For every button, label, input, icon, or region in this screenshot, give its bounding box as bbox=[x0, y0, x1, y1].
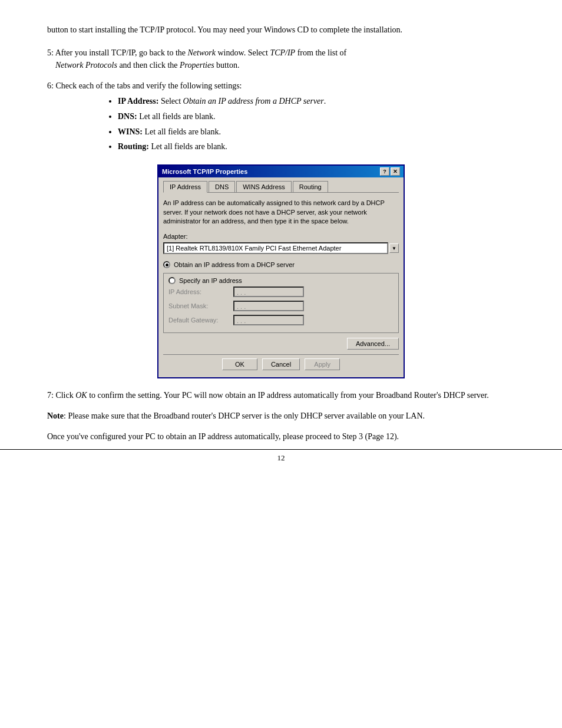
default-gateway-row: Default Gateway: . . . bbox=[168, 315, 394, 325]
step5-text-final: button. bbox=[214, 61, 240, 70]
tab-ip-label: IP Address bbox=[170, 183, 201, 190]
dropdown-arrow-icon[interactable]: ▼ bbox=[389, 243, 399, 253]
adapter-dropdown[interactable]: [1] Realtek RTL8139/810X Family PCI Fast… bbox=[163, 242, 388, 254]
default-gateway-label: Default Gateway: bbox=[168, 317, 233, 324]
note-label: Note bbox=[47, 411, 64, 420]
step6-intro: 6: Check each of the tabs and verify the… bbox=[47, 80, 515, 92]
closing-text: Once you've configured your PC to obtain… bbox=[47, 430, 515, 443]
bullet-ip-italic: Obtain an IP address from a DHCP server bbox=[183, 97, 324, 106]
tab-wins-address[interactable]: WINS Address bbox=[236, 181, 292, 192]
default-gateway-input[interactable]: . . . bbox=[233, 315, 304, 325]
advanced-row: Advanced... bbox=[163, 338, 399, 350]
dialog-button-row: OK Cancel Apply bbox=[163, 354, 399, 373]
step6-bullets: IP Address: Select Obtain an IP address … bbox=[118, 94, 515, 154]
tab-dns-label: DNS bbox=[215, 183, 229, 190]
step5-network-protocols: Network Protocols bbox=[55, 61, 117, 70]
bullet-routing-rest: Let all fields are blank. bbox=[151, 142, 227, 151]
specify-ip-box: Specify an IP address IP Address: . . . … bbox=[163, 273, 399, 333]
radio-specify-label: Specify an IP address bbox=[179, 277, 242, 284]
step6: 6: Check each of the tabs and verify the… bbox=[47, 80, 515, 154]
bullet-wins: WINS: Let all fields are blank. bbox=[118, 125, 515, 139]
dialog-body: IP Address DNS WINS Address Routing An I… bbox=[158, 177, 404, 377]
step6-number: 6: bbox=[47, 81, 54, 90]
tab-strip: IP Address DNS WINS Address Routing bbox=[163, 181, 399, 193]
bullet-dns-rest: Let all fields are blank. bbox=[139, 112, 215, 121]
help-button[interactable]: ? bbox=[380, 167, 389, 176]
step5-network: Network bbox=[188, 48, 216, 57]
dialog-description: An IP address can be automatically assig… bbox=[163, 199, 399, 226]
bullet-ip-bold: IP Address: bbox=[118, 97, 158, 106]
step5-text-end: and then click the bbox=[117, 61, 180, 70]
tab-routing[interactable]: Routing bbox=[293, 181, 328, 192]
step7-number: 7: bbox=[47, 391, 54, 400]
tab-wins-label: WINS Address bbox=[243, 183, 285, 190]
page-number: 12 bbox=[277, 453, 285, 462]
bullet-ip-rest: Select bbox=[161, 97, 183, 106]
step5-tcpip: TCP/IP bbox=[270, 48, 295, 57]
bullet-routing-bold: Routing: bbox=[118, 142, 149, 151]
subnet-mask-label: Subnet Mask: bbox=[168, 302, 233, 309]
close-button[interactable]: ✕ bbox=[391, 167, 400, 176]
dialog-titlebar: Microsoft TCP/IP Properties ? ✕ bbox=[158, 166, 404, 177]
bullet-ip: IP Address: Select Obtain an IP address … bbox=[118, 94, 515, 108]
bullet-wins-rest: Let all fields are blank. bbox=[145, 127, 221, 136]
step7-text-after: to confirm the setting. Your PC will now… bbox=[87, 391, 489, 400]
step7-text-before: Click bbox=[55, 391, 75, 400]
radio-dhcp: Obtain an IP address from a DHCP server bbox=[163, 261, 399, 268]
radio-specify-input[interactable] bbox=[168, 277, 176, 284]
bullet-wins-bold: WINS: bbox=[118, 127, 143, 136]
ip-address-label: IP Address: bbox=[168, 288, 233, 295]
tab-ip-address[interactable]: IP Address bbox=[163, 181, 207, 193]
step5-number: 5: bbox=[47, 48, 54, 57]
subnet-mask-row: Subnet Mask: . . . bbox=[168, 301, 394, 311]
step5-text-before: After you install TCP/IP, go back to the bbox=[55, 48, 188, 57]
note-text: : Please make sure that the Broadband ro… bbox=[64, 411, 425, 420]
adapter-label: Adapter: bbox=[163, 233, 399, 240]
ip-address-input[interactable]: . . . bbox=[233, 286, 304, 297]
intro-text: button to start installing the TCP/IP pr… bbox=[47, 24, 515, 36]
tab-routing-label: Routing bbox=[299, 183, 322, 190]
step7-ok: OK bbox=[75, 391, 87, 400]
ok-button[interactable]: OK bbox=[222, 358, 257, 370]
radio-dhcp-label: Obtain an IP address from a DHCP server bbox=[174, 261, 295, 268]
ip-address-row: IP Address: . . . bbox=[168, 286, 394, 297]
advanced-button[interactable]: Advanced... bbox=[347, 338, 399, 350]
bullet-routing: Routing: Let all fields are blank. bbox=[118, 140, 515, 154]
step7: 7: Click OK to confirm the setting. Your… bbox=[47, 389, 515, 401]
titlebar-buttons: ? ✕ bbox=[380, 167, 400, 176]
tcp-ip-dialog: Microsoft TCP/IP Properties ? ✕ IP Addre… bbox=[157, 164, 405, 378]
bullet-dns-bold: DNS: bbox=[118, 112, 137, 121]
step5: 5: After you install TCP/IP, go back to … bbox=[47, 47, 515, 71]
step5-text-middle: window. Select bbox=[216, 48, 270, 57]
page-footer: 12 bbox=[0, 449, 562, 463]
adapter-value: [1] Realtek RTL8139/810X Family PCI Fast… bbox=[167, 245, 341, 252]
bullet-ip-end: . bbox=[324, 97, 326, 106]
bullet-dns: DNS: Let all fields are blank. bbox=[118, 110, 515, 124]
step6-intro-text: Check each of the tabs and verify the fo… bbox=[55, 81, 242, 90]
dialog-title: Microsoft TCP/IP Properties bbox=[162, 168, 247, 175]
step5-properties: Properties bbox=[180, 61, 214, 70]
subnet-mask-input[interactable]: . . . bbox=[233, 301, 304, 311]
apply-button[interactable]: Apply bbox=[305, 358, 340, 370]
adapter-select-row: [1] Realtek RTL8139/810X Family PCI Fast… bbox=[163, 242, 399, 254]
radio-group: Obtain an IP address from a DHCP server bbox=[163, 261, 399, 268]
cancel-button[interactable]: Cancel bbox=[262, 358, 300, 370]
step5-text-after: from the list of bbox=[295, 48, 346, 57]
radio-dhcp-input[interactable] bbox=[163, 261, 170, 268]
radio-specify: Specify an IP address bbox=[168, 277, 394, 284]
tab-dns[interactable]: DNS bbox=[209, 181, 235, 192]
note-section: Note: Please make sure that the Broadban… bbox=[47, 410, 515, 422]
